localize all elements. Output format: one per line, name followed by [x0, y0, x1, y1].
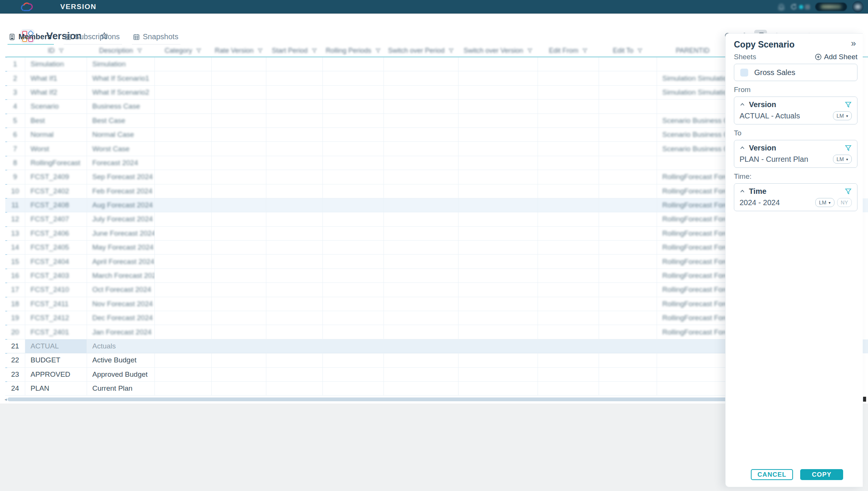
cell-rolling_periods: [323, 100, 384, 114]
scroll-left-arrow[interactable]: ◂: [5, 397, 7, 401]
cell-rate_version: [212, 86, 266, 100]
filter-icon[interactable]: [257, 48, 263, 54]
scrollbar-thumb-end[interactable]: [863, 397, 866, 402]
cell-num: 11: [5, 198, 25, 212]
filter-icon[interactable]: [137, 48, 142, 54]
to-label: To: [734, 129, 857, 137]
collapse-panel-icon[interactable]: »: [850, 40, 857, 47]
cell-switch_over_period: [384, 184, 458, 198]
chevron-up-icon[interactable]: [740, 145, 745, 151]
cell-switch_over_version: [458, 241, 538, 255]
filter-icon[interactable]: [312, 48, 317, 54]
cell-rate_version: [212, 325, 266, 339]
filter-icon[interactable]: [196, 48, 202, 54]
cell-switch_over_version: [458, 142, 538, 156]
cell-description: Feb Forecast 2024: [87, 184, 155, 198]
cancel-button[interactable]: CANCEL: [751, 469, 793, 480]
cell-edit_to: [599, 311, 657, 325]
copy-button[interactable]: COPY: [800, 469, 843, 480]
cell-category: [155, 114, 212, 128]
cell-switch_over_period: [384, 198, 458, 212]
time-selector-pill[interactable]: LM▾: [815, 198, 834, 207]
cell-category: [155, 128, 212, 142]
column-header-switch_over_version[interactable]: Switch over Version: [458, 44, 538, 57]
filter-icon[interactable]: [375, 48, 381, 54]
to-selector-pill[interactable]: LM▾: [833, 155, 852, 164]
column-header-edit_from[interactable]: Edit From: [538, 44, 599, 57]
notifications-bell-icon[interactable]: [778, 3, 785, 11]
filter-icon[interactable]: [582, 48, 588, 54]
column-label: Switch over Version: [463, 47, 523, 55]
filter-icon[interactable]: [845, 188, 852, 195]
filter-icon[interactable]: [845, 101, 852, 108]
filter-icon[interactable]: [527, 48, 533, 54]
cell-edit_to: [599, 382, 657, 396]
from-selector-pill[interactable]: LM▾: [833, 111, 852, 120]
cell-switch_over_period: [384, 255, 458, 269]
cell-num: 23: [5, 368, 25, 382]
cell-num: 4: [5, 100, 25, 114]
panel-title: Copy Scenario: [734, 40, 795, 50]
column-header-category[interactable]: Category: [155, 44, 212, 57]
add-sheet-button[interactable]: Add Sheet: [815, 53, 857, 61]
column-header-description[interactable]: Description: [87, 44, 155, 57]
cell-rolling_periods: [323, 71, 384, 85]
cell-parentid: [657, 339, 729, 353]
column-header-edit_to[interactable]: Edit To: [599, 44, 657, 57]
cell-rate_version: [212, 227, 266, 241]
cell-category: [155, 57, 212, 71]
cell-start_period: [266, 71, 323, 85]
tab-subscriptions[interactable]: Subscriptions: [64, 32, 122, 46]
column-header-start_period[interactable]: Start Period: [266, 44, 323, 57]
cell-num: 8: [5, 156, 25, 170]
chevron-up-icon[interactable]: [740, 189, 745, 194]
cell-rolling_periods: [323, 184, 384, 198]
cell-description: Oct Forecast 2024: [87, 283, 155, 297]
planful-logo-icon[interactable]: [20, 1, 33, 12]
sheet-list-item[interactable]: Gross Sales: [734, 64, 857, 81]
cell-edit_from: [538, 71, 599, 85]
cell-rate_version: [212, 142, 266, 156]
cell-description: Nov Forecast 2024: [87, 297, 155, 311]
user-avatar[interactable]: [852, 1, 863, 12]
sheet-checkbox[interactable]: [740, 69, 748, 77]
column-header-rate_version[interactable]: Rate Version: [212, 44, 266, 57]
time-selector-pill-2[interactable]: NY: [837, 198, 852, 207]
cell-switch_over_version: [458, 170, 538, 184]
filter-icon[interactable]: [637, 48, 643, 54]
cell-switch_over_period: [384, 114, 458, 128]
cell-switch_over_period: [384, 382, 458, 396]
cell-rate_version: [212, 255, 266, 269]
column-label: ID: [48, 47, 55, 55]
cell-edit_from: [538, 156, 599, 170]
cell-switch_over_version: [458, 128, 538, 142]
sync-status-toggle[interactable]: [790, 3, 810, 10]
cell-start_period: [266, 283, 323, 297]
chevron-up-icon[interactable]: [740, 102, 745, 107]
column-header-rolling_periods[interactable]: Rolling Periods: [323, 44, 384, 57]
environment-badge[interactable]: [815, 3, 847, 11]
cell-category: [155, 353, 212, 367]
cell-edit_from: [538, 382, 599, 396]
cell-id: What If1: [25, 71, 87, 85]
cell-parentid: RollingForecast Forecast 2024: [657, 297, 729, 311]
cell-edit_from: [538, 227, 599, 241]
column-header-id[interactable]: ID: [25, 44, 87, 57]
cell-switch_over_version: [458, 198, 538, 212]
tab-members[interactable]: Members: [8, 32, 54, 46]
tab-snapshots[interactable]: Snapshots: [132, 32, 181, 46]
cell-id: FCST_2411: [25, 297, 87, 311]
column-label: Edit From: [549, 47, 578, 55]
cell-description: What If Scenario1: [87, 71, 155, 85]
cell-category: [155, 100, 212, 114]
filter-icon[interactable]: [845, 144, 852, 152]
filter-icon[interactable]: [448, 48, 454, 54]
column-label: Edit To: [613, 47, 634, 55]
cell-id: FCST_2406: [25, 227, 87, 241]
cell-edit_to: [599, 297, 657, 311]
filter-icon[interactable]: [58, 48, 64, 54]
column-header-switch_over_period[interactable]: Switch over Period: [384, 44, 458, 57]
cell-id: FCST_2412: [25, 311, 87, 325]
cell-rolling_periods: [323, 325, 384, 339]
cell-description: Forecast 2024: [87, 156, 155, 170]
